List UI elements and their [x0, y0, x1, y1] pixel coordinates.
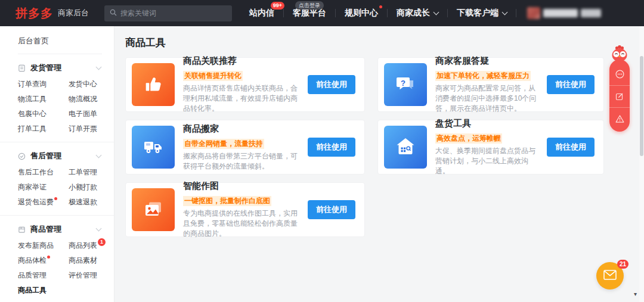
sidebar-item[interactable]: 工单管理	[69, 165, 114, 180]
sidebar-item[interactable]: 评价管理	[69, 268, 114, 283]
sidebar-item[interactable]: 发布新商品	[18, 238, 69, 253]
nav-site-mail[interactable]: 站内信 99+	[240, 0, 283, 26]
page-title: 商品工具	[125, 36, 644, 49]
chevron-down-icon	[96, 226, 102, 232]
card-description: 大促、换季期间提前盘点货品与营销计划，与小二线上高效沟通。	[435, 146, 542, 176]
sidebar-group-aftersale-header[interactable]: 售后管理	[0, 148, 114, 165]
sidebar-item[interactable]: 商品素材	[69, 253, 114, 268]
go-use-button[interactable]: 前往使用	[308, 75, 355, 94]
edit-icon[interactable]	[609, 85, 630, 107]
card-title: 盘货工具	[435, 118, 542, 129]
notification-dot	[379, 5, 382, 8]
sidebar-item[interactable]: 包裹中心	[18, 107, 69, 122]
scrollbar-thumb[interactable]	[640, 56, 643, 156]
sidebar-item[interactable]: 小额打款	[69, 180, 114, 195]
chevron-down-icon	[502, 10, 508, 15]
sidebar-group-shipping-header[interactable]: 发货管理	[0, 60, 114, 77]
chevron-down-icon	[434, 10, 439, 15]
go-use-button[interactable]: 前往使用	[547, 75, 595, 94]
user-account-blurred[interactable]	[527, 7, 601, 19]
help-widget	[609, 60, 630, 132]
sidebar-item[interactable]: 电子面单	[69, 107, 114, 122]
go-use-button[interactable]: 前往使用	[308, 200, 355, 219]
photos-icon	[132, 188, 175, 231]
global-search[interactable]	[104, 5, 232, 21]
tool-card-related-recommend: 商品关联推荐 关联销售提升转化 商品详情页搭售店铺内关联商品，合理利用私域流量，…	[125, 57, 365, 112]
svg-text:?: ?	[401, 79, 405, 88]
main-content: 商品工具 商品关联推荐 关联销售提升转化 商品详情页搭售店铺内关联商品，合理利用…	[115, 26, 644, 302]
card-highlight: 关联销售提升转化	[183, 71, 243, 81]
card-description: 商家可为商品配置常见问答，从消费者的提问中选择最多10个问答，展示在商品详情页中…	[435, 83, 542, 114]
click-login-badge: 点击登录	[295, 1, 324, 10]
topbar: 拼多多 商家后台 站内信 99+ 客服平台 点击登录 规则中心 商家成长 下载客…	[0, 0, 644, 26]
card-title: 商品搬家	[183, 123, 303, 135]
go-use-button[interactable]: 前往使用	[308, 138, 355, 157]
card-highlight: 自带全网销量，流量扶持	[183, 139, 264, 149]
mascot-bird-icon	[609, 45, 630, 64]
sidebar-item[interactable]: 极速退款	[69, 195, 114, 210]
topbar-nav: 站内信 99+ 客服平台 点击登录 规则中心 商家成长 下载客户端	[240, 0, 516, 26]
sidebar-group-product-header[interactable]: 商品管理	[0, 222, 114, 238]
sidebar-item[interactable]: 商家举证	[18, 180, 69, 195]
sidebar-item[interactable]: 售后工作台	[18, 165, 69, 180]
sidebar-item[interactable]: 发货中心	[69, 77, 114, 92]
sidebar-item[interactable]: 商品体检	[18, 253, 69, 268]
pinduoduo-logo[interactable]: 拼多多	[16, 0, 53, 26]
sidebar-item[interactable]: 退货包运费	[18, 195, 69, 210]
card-description: 搬家商品将自带第三方平台销量，可获得平台额外的流量倾斜。	[183, 151, 303, 172]
thumb-up-icon	[132, 63, 175, 106]
blurred-meta	[581, 9, 601, 17]
unread-count-badge: 99+	[271, 2, 284, 10]
warning-icon[interactable]	[609, 107, 630, 129]
card-highlight: 一键抠图，批量制作白底图	[183, 196, 271, 206]
go-use-button[interactable]: 前往使用	[547, 138, 595, 157]
divider	[516, 9, 516, 17]
avatar	[527, 7, 540, 19]
card-highlight: 高效盘点，运筹帷幄	[435, 133, 502, 144]
tool-card-product-move: 商品搬家 自带全网销量，流量扶持 搬家商品将自带第三方平台销量，可获得平台额外的…	[125, 120, 365, 175]
page-scrollbar	[639, 26, 644, 302]
sidebar-item[interactable]: 物流概况	[69, 92, 114, 107]
message-count-badge: 21	[617, 260, 628, 269]
sidebar-item-product-tools[interactable]: 商品工具	[18, 283, 69, 298]
search-input[interactable]	[120, 9, 227, 17]
sidebar: 后台首页 发货管理 订单查询 发货中心 物流工具 物流概况 包裹中心 电子面单 …	[0, 26, 114, 302]
chat-dots-icon[interactable]	[609, 63, 630, 85]
sidebar-item[interactable]: 物流工具	[18, 92, 69, 107]
package-icon	[18, 225, 26, 233]
blurred-username	[543, 9, 578, 17]
card-title: 智能作图	[183, 180, 303, 192]
card-description: 专为电商提供的在线作图工具，实用且免费，零基础也能轻松创作高质量的商品图片。	[183, 208, 303, 239]
messages-fab[interactable]: 21	[596, 262, 624, 289]
notification-dot	[54, 197, 57, 200]
count-badge: 1	[98, 238, 106, 246]
sidebar-item[interactable]: 打单工具	[18, 122, 69, 136]
sidebar-item[interactable]: 商品列表1	[69, 238, 114, 253]
tool-card-grid: 商品关联推荐 关联销售提升转化 商品详情页搭售店铺内关联商品，合理利用私域流量，…	[125, 57, 644, 237]
sidebar-group-aftersale: 售后管理 售后工作台 工单管理 商家举证 小额打款 退货包运费 极速退款	[0, 142, 114, 215]
sidebar-item-home[interactable]: 后台首页	[18, 26, 102, 54]
envelope-icon	[603, 270, 617, 282]
sidebar-group-shipping: 发货管理 订单查询 发货中心 物流工具 物流概况 包裹中心 电子面单 打单工具 …	[0, 54, 114, 142]
sidebar-item[interactable]: 订单查询	[18, 77, 69, 92]
warehouse-icon	[384, 126, 427, 169]
sidebar-group-product: 商品管理 发布新商品 商品列表1 商品体检 商品素材 品质管理 评价管理 商品工…	[0, 215, 114, 302]
chevron-down-icon	[96, 64, 102, 70]
card-title: 商品关联推荐	[183, 55, 303, 67]
tool-card-smart-image: 智能作图 一键抠图，批量制作白底图 专为电商提供的在线作图工具，实用且免费，零基…	[125, 182, 365, 237]
tool-card-inventory: 盘货工具 高效盘点，运筹帷幄 大促、换季期间提前盘点货品与营销计划，与小二线上高…	[377, 120, 604, 175]
product-name: 商家后台	[58, 8, 89, 18]
search-icon	[110, 8, 117, 18]
notification-dot	[47, 256, 50, 259]
card-description: 商品详情页搭售店铺内关联商品，合理利用私域流量，有效提升店铺内商品转化率。	[183, 83, 303, 114]
chevron-down-icon	[96, 152, 102, 158]
question-bubble-icon: ?	[384, 63, 427, 106]
sidebar-item[interactable]: 品质管理	[18, 268, 69, 283]
nav-rule-center[interactable]: 规则中心	[336, 0, 387, 26]
sidebar-item[interactable]: 订单开票	[69, 122, 114, 136]
shield-check-icon	[18, 152, 26, 160]
nav-download-client[interactable]: 下载客户端	[448, 0, 516, 26]
nav-customer-service-platform[interactable]: 客服平台 点击登录	[284, 0, 335, 26]
nav-merchant-growth[interactable]: 商家成长	[388, 0, 447, 26]
cursor-caret-icon: ▾	[634, 291, 637, 297]
